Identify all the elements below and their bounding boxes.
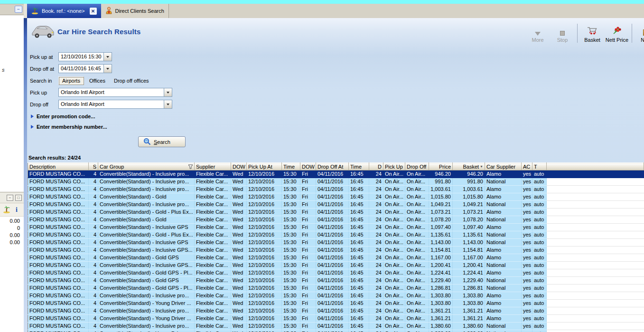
col-dropoff-at[interactable]: Drop Off At	[316, 163, 349, 171]
result-row[interactable]: FORD MUSTANG CO...4Convertible(Standard)…	[28, 307, 644, 315]
result-row[interactable]: FORD MUSTANG CO...4Convertible(Standard)…	[28, 269, 644, 277]
col-days[interactable]: D	[369, 163, 383, 171]
cell-pickup_date: 12/10/2016	[247, 178, 282, 186]
result-row[interactable]: FORD MUSTANG CO...4Convertible(Standard)…	[28, 216, 644, 224]
total-value: 0	[0, 225, 20, 232]
page-title: Car Hire Search Results	[57, 28, 141, 36]
col-basket[interactable]: Basket▼	[453, 163, 485, 171]
cell-description: FORD MUSTANG CO...	[28, 323, 89, 330]
cell-supplier: Flexible Car...	[195, 300, 231, 307]
basket-button[interactable]: Basket	[580, 26, 605, 44]
col-pickup-location[interactable]: Pick Up	[383, 163, 405, 171]
cell-dow_dropoff: Fri	[300, 307, 316, 315]
col-dropoff-time[interactable]: Time	[349, 163, 369, 171]
col-dow-pickup[interactable]: DOW	[231, 163, 247, 171]
result-row[interactable]: FORD MUSTANG CO...4Convertible(Standard)…	[28, 254, 644, 262]
chevron-down-icon[interactable]	[103, 53, 112, 61]
cell-ac: yes	[522, 292, 532, 300]
result-row[interactable]: FORD MUSTANG CO...4Convertible(Standard)…	[28, 231, 644, 239]
nett-price-button[interactable]: Nett Price	[605, 26, 629, 44]
tab-booking[interactable]: Book. ref.: <none> ✕	[27, 4, 101, 18]
cell-pickup_location: On Air...	[383, 224, 405, 231]
panel-restore-icon[interactable]: □	[15, 195, 22, 201]
col-car-supplier[interactable]: Car Supplier	[485, 163, 522, 171]
pickup-at-combo[interactable]: 12/10/2016 15:30	[58, 52, 112, 61]
cell-pickup_date: 12/10/2016	[247, 231, 282, 239]
membership-number-expander[interactable]: Enter membership number...	[31, 124, 644, 130]
search-in-option-dropoff-offices[interactable]: Drop off offices	[111, 77, 152, 85]
cell-pickup_time: 15:30	[282, 262, 300, 269]
search-button[interactable]: Search	[138, 136, 186, 147]
chevron-down-icon[interactable]	[164, 100, 172, 108]
panel-minimize-icon[interactable]: −	[7, 195, 13, 201]
result-row[interactable]: FORD MUSTANG CO...4Convertible(Standard)…	[28, 239, 644, 247]
promo-code-expander[interactable]: Enter promotion code...	[31, 114, 644, 119]
result-row[interactable]: FORD MUSTANG CO...4Convertible(Standard)…	[28, 277, 644, 285]
cell-pickup_location: On Air...	[383, 300, 405, 307]
nav-button[interactable]: Nav	[635, 28, 644, 44]
info-icon[interactable]: i	[16, 206, 18, 214]
search-in-option-offices[interactable]: Offices	[86, 77, 109, 85]
stop-button[interactable]: Stop	[550, 28, 575, 44]
result-row[interactable]: FORD MUSTANG CO...4Convertible(Standard)…	[28, 201, 644, 209]
result-row[interactable]: FORD MUSTANG CO...4Convertible(Standard)…	[28, 315, 644, 323]
result-row[interactable]: FORD MUSTANG CO...4Convertible(Standard)…	[28, 178, 644, 186]
close-icon[interactable]: ✕	[90, 8, 97, 15]
result-row[interactable]: FORD MUSTANG CO...4Convertible(Standard)…	[28, 193, 644, 201]
chevron-down-icon[interactable]	[164, 88, 172, 96]
cell-days: 24	[369, 239, 383, 247]
cell-car_supplier: Alamo	[485, 224, 522, 231]
tab-direct-clients-search[interactable]: Direct Clients Search	[101, 4, 169, 18]
col-transmission[interactable]: T	[532, 163, 547, 171]
cell-ac: yes	[522, 300, 532, 307]
col-description[interactable]: Description	[28, 163, 89, 171]
col-pickup-at[interactable]: Pick Up At	[247, 163, 282, 171]
result-row[interactable]: FORD MUSTANG CO...4Convertible(Standard)…	[28, 330, 644, 332]
col-pickup-time[interactable]: Time	[282, 163, 300, 171]
chevron-down-icon[interactable]	[103, 65, 112, 73]
palm-tree-icon[interactable]	[3, 205, 11, 214]
cell-description: FORD MUSTANG CO...	[28, 269, 89, 277]
sidebar-collapse-icon[interactable]: −	[15, 6, 22, 13]
cell-s: 4	[89, 216, 98, 224]
result-row[interactable]: FORD MUSTANG CO...4Convertible(Standard)…	[28, 300, 644, 307]
more-button[interactable]: More	[525, 28, 550, 44]
dropoff-location-combo[interactable]: Orlando Intl Airport	[58, 100, 172, 109]
cell-pickup_location: On Air...	[383, 269, 405, 277]
result-row[interactable]: FORD MUSTANG CO...4Convertible(Standard)…	[28, 285, 644, 292]
cell-dow_pickup: Wed	[231, 254, 247, 262]
panel-splitter[interactable]	[24, 18, 27, 332]
pickup-location-combo[interactable]: Orlando Intl Airport	[58, 88, 172, 97]
search-in-option-airports[interactable]: Airports	[58, 76, 84, 85]
filter-funnel-icon[interactable]	[188, 164, 193, 170]
cell-price: 1,135.61	[429, 231, 453, 239]
col-ac[interactable]: AC	[522, 163, 532, 171]
col-dow-dropoff[interactable]: DOW	[300, 163, 316, 171]
result-row[interactable]: FORD MUSTANG CO...4Convertible(Standard)…	[28, 323, 644, 330]
total-value: 0.00	[0, 218, 20, 225]
col-dropoff-location[interactable]: Drop Off	[405, 163, 429, 171]
result-row[interactable]: FORD MUSTANG CO...4Convertible(Standard)…	[28, 247, 644, 254]
result-row[interactable]: FORD MUSTANG CO...4Convertible(Standard)…	[28, 262, 644, 269]
result-row[interactable]: FORD MUSTANG CO...4Convertible(Standard)…	[28, 224, 644, 231]
cell-pickup_location: On Air...	[383, 292, 405, 300]
col-supplier[interactable]: Supplier	[195, 163, 231, 171]
cell-dropoff_date: 04/11/2016	[316, 247, 349, 254]
cell-dropoff_location: On Air...	[405, 178, 429, 186]
col-car-group[interactable]: Car Group	[98, 163, 195, 171]
result-row[interactable]: FORD MUSTANG CO...4Convertible(Standard)…	[28, 209, 644, 216]
cell-supplier: Flexible Car...	[195, 285, 231, 292]
cell-dow_dropoff: Fri	[300, 193, 316, 201]
result-row[interactable]: FORD MUSTANG CO...4Convertible(Standard)…	[28, 171, 644, 178]
col-price[interactable]: Price	[429, 163, 453, 171]
col-seats[interactable]: S	[89, 163, 98, 171]
cell-transmission: auto	[532, 239, 547, 247]
cell-dow_dropoff: Fri	[300, 254, 316, 262]
result-row[interactable]: FORD MUSTANG CO...4Convertible(Standard)…	[28, 292, 644, 300]
cell-s: 4	[89, 224, 98, 231]
result-row[interactable]: FORD MUSTANG CO...4Convertible(Standard)…	[28, 186, 644, 193]
cell-description: FORD MUSTANG CO...	[28, 262, 89, 269]
dropoff-at-combo[interactable]: 04/11/2016 16:45	[58, 64, 112, 73]
cell-basket: 1,303.80	[453, 300, 485, 307]
cell-dow_pickup: Wed	[231, 315, 247, 323]
